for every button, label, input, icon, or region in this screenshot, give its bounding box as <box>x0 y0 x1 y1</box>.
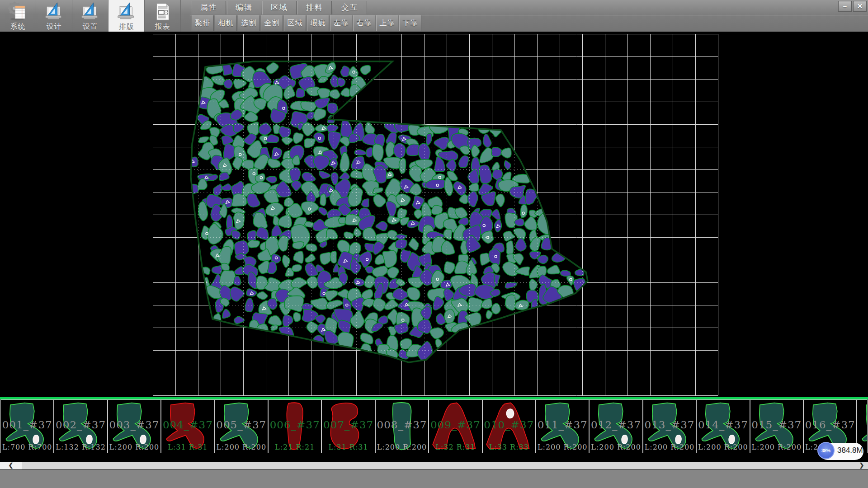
nav-item-1[interactable]: 系统 <box>0 0 36 32</box>
cad-icon <box>80 1 101 22</box>
nav-item-label: 报表 <box>155 22 170 32</box>
part-thumbnail-4[interactable]: 004_#37L:31 R:31 <box>161 399 214 453</box>
nav-item-label: 设计 <box>47 22 62 32</box>
part-thumbnail-7[interactable]: 007_#37L:31 R:31 <box>321 399 375 453</box>
nav-item-3[interactable]: 设置 <box>72 0 108 32</box>
part-thumbnail-1[interactable]: 001_#37L:700 R:700 <box>0 399 54 453</box>
part-lr-label: L:200 R:200 <box>750 443 803 451</box>
part-thumbnail-6[interactable]: 006_#37L:21 R:21 <box>268 399 321 453</box>
part-id-label: 011_#37 <box>536 419 589 431</box>
system-icon <box>8 1 28 22</box>
app-window: 系统 设计 设置 排版 报表 属性编辑区域排料交互 聚排相机选割全割区域 <box>0 0 868 488</box>
cpu-percent-badge: 38% <box>817 442 835 459</box>
menu-tab-3[interactable]: 区域 <box>262 1 297 14</box>
scroll-left-button[interactable]: ❮ <box>0 462 22 469</box>
part-id-label: 009_#37 <box>429 419 481 431</box>
nesting-canvas[interactable] <box>0 32 868 397</box>
bottom-status-bar <box>0 470 868 488</box>
main-nav: 系统 设计 设置 排版 报表 <box>0 0 181 32</box>
tool-button-8[interactable]: 右靠 <box>353 15 375 31</box>
part-lr-label: L:200 R:200 <box>697 443 749 451</box>
part-id-label: 012_#37 <box>590 419 642 431</box>
part-lr-label: L:31 R:31 <box>322 443 374 451</box>
menu-tab-2[interactable]: 编辑 <box>227 1 261 14</box>
tool-button-7[interactable]: 左靠 <box>330 15 352 31</box>
tool-button-1[interactable]: 聚排 <box>192 15 214 31</box>
scroll-right-button[interactable]: ❯ <box>857 462 866 469</box>
nav-item-label: 设置 <box>83 22 98 32</box>
menu-tab-4[interactable]: 排料 <box>297 1 332 14</box>
horizontal-scrollbar[interactable]: ❮ ❯ <box>0 462 868 469</box>
part-lr-label: L:700 R:700 <box>1 443 53 451</box>
part-id-label: 007_#37 <box>322 419 374 431</box>
nav-item-2[interactable]: 设计 <box>36 0 72 32</box>
part-lr-label: L:21 R:21 <box>269 443 321 451</box>
part-lr-label: L:200 R:200 <box>376 443 428 451</box>
cad-icon <box>44 1 65 22</box>
part-lr-label: L:132 R:132 <box>54 443 107 451</box>
menu-tab-5[interactable]: 交互 <box>333 1 367 14</box>
tool-button-6[interactable]: 瑕疵 <box>307 15 329 31</box>
part-thumbnail-10[interactable]: 010_#37L:33 R:33 <box>482 399 536 453</box>
tool-button-3[interactable]: 选割 <box>238 15 260 31</box>
tool-button-10[interactable]: 下靠 <box>399 15 421 31</box>
part-id-label: 010_#37 <box>483 419 535 431</box>
part-thumbnail-8[interactable]: 008_#37L:200 R:200 <box>375 399 429 453</box>
nav-item-4[interactable]: 排版 <box>108 0 145 32</box>
part-id-label: 013_#37 <box>643 419 696 431</box>
tool-button-4[interactable]: 全割 <box>261 15 283 31</box>
part-id-label: 005_#37 <box>215 419 268 431</box>
window-controls: – ✕ <box>837 1 867 12</box>
part-id-label: 015_#37 <box>750 419 803 431</box>
part-lr-label: L:32 R:31 <box>429 443 481 451</box>
menu-tab-bar: 属性编辑区域排料交互 <box>192 1 368 14</box>
part-thumbnail-12[interactable]: 012_#37L:200 R:200 <box>589 399 642 453</box>
tool-button-2[interactable]: 相机 <box>215 15 237 31</box>
part-lr-label: L:200 R:200 <box>590 443 642 451</box>
part-id-label: 004_#37 <box>161 419 214 431</box>
memory-value: 384.8M <box>837 442 863 459</box>
part-thumbnail-14[interactable]: 014_#37L:200 R:200 <box>696 399 750 453</box>
report-icon <box>152 1 173 22</box>
top-toolbar: 系统 设计 设置 排版 报表 属性编辑区域排料交互 聚排相机选割全割区域 <box>0 0 868 32</box>
part-id-label: 002_#37 <box>54 419 107 431</box>
part-thumbnail-9[interactable]: 009_#37L:32 R:31 <box>429 399 482 453</box>
part-thumbnail-13[interactable]: 013_#37L:200 R:200 <box>643 399 696 453</box>
parts-strip: 001_#37L:700 R:700 002_#37L:132 R:132 00… <box>0 399 868 454</box>
minimize-button[interactable]: – <box>838 1 852 12</box>
part-id-label: 001_#37 <box>1 419 53 431</box>
part-thumbnail-3[interactable]: 003_#37L:200 R:200 <box>108 399 161 453</box>
memory-badge[interactable]: 38% 384.8M <box>817 442 864 461</box>
part-lr-label: L:31 R:31 <box>161 443 214 451</box>
tool-button-9[interactable]: 上靠 <box>376 15 398 31</box>
tool-button-5[interactable]: 区域 <box>284 15 306 31</box>
part-lr-label: L:200 R:200 <box>215 443 268 451</box>
tool-bar: 聚排相机选割全割区域瑕疵左靠右靠上靠下靠 <box>192 15 422 31</box>
nav-item-label: 排版 <box>119 22 134 32</box>
part-thumbnail-2[interactable]: 002_#37L:132 R:132 <box>54 399 107 453</box>
menu-tab-1[interactable]: 属性 <box>192 1 226 14</box>
part-thumbnail-11[interactable]: 011_#37L:200 R:200 <box>536 399 589 453</box>
nav-item-label: 系统 <box>10 22 26 32</box>
part-id-label: 014_#37 <box>697 419 749 431</box>
nav-item-5[interactable]: 报表 <box>145 0 181 32</box>
part-id-label: 016_#37 <box>804 419 856 431</box>
part-thumbnail-15[interactable]: 015_#37L:200 R:200 <box>750 399 803 453</box>
part-lr-label: L:200 R:200 <box>536 443 589 451</box>
cad-icon <box>116 1 137 22</box>
close-button[interactable]: ✕ <box>853 1 867 12</box>
part-id-label: 008_#37 <box>376 419 428 431</box>
part-lr-label: L:200 R:200 <box>108 443 160 451</box>
part-thumbnail-5[interactable]: 005_#37L:200 R:200 <box>215 399 268 453</box>
part-lr-label: L:33 R:33 <box>483 443 535 451</box>
part-lr-label: L:200 R:200 <box>643 443 696 451</box>
part-id-label: 003_#37 <box>108 419 160 431</box>
part-id-label: 006_#37 <box>269 419 321 431</box>
